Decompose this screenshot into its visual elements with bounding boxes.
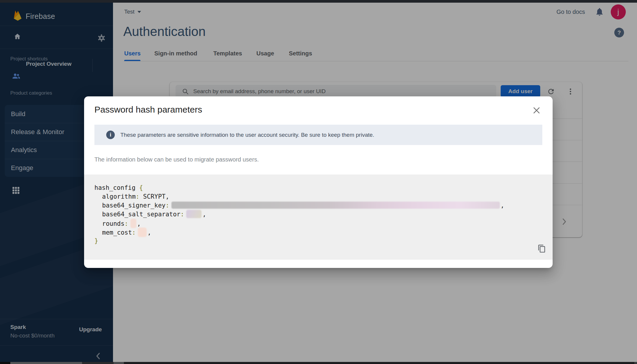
dialog-description: The information below can be used to mig… <box>94 156 259 163</box>
hash-config-code-block: hash_config { algorithm: SCRYPT, base64_… <box>84 174 553 260</box>
code-line: mem_cost:, <box>102 228 151 236</box>
window-top-edge <box>0 0 637 3</box>
taskbar-segment <box>10 362 82 364</box>
copy-icon <box>538 244 546 253</box>
banner-text: These parameters are sensitive informati… <box>120 132 374 138</box>
firebase-console-screen: Firebase Project Overview <box>0 0 637 364</box>
close-button[interactable] <box>530 104 542 116</box>
sensitive-info-banner: i These parameters are sensitive informa… <box>94 125 542 145</box>
copy-button[interactable] <box>536 243 547 254</box>
close-icon <box>533 106 541 114</box>
info-icon: i <box>106 131 115 139</box>
redacted-mem-cost <box>138 228 147 237</box>
code-line: base64_salt_separator:, <box>102 210 206 219</box>
taskbar-segment <box>0 362 10 364</box>
code-line: rounds:, <box>102 219 141 228</box>
code-line: } <box>94 236 98 245</box>
redacted-signer-key <box>171 202 500 209</box>
dialog-title: Password hash parameters <box>94 105 202 115</box>
redacted-rounds <box>130 219 136 228</box>
code-line: hash_config { <box>94 183 143 192</box>
taskbar-segment <box>634 362 637 364</box>
code-line: base64_signer_key:, <box>102 201 504 210</box>
taskbar-segment <box>114 362 124 364</box>
taskbar-top-edge <box>0 362 637 364</box>
password-hash-parameters-dialog: Password hash parameters i These paramet… <box>84 96 553 268</box>
taskbar-segment <box>82 362 114 364</box>
redacted-salt-separator <box>186 210 202 218</box>
code-line: algorithm: SCRYPT, <box>102 192 169 201</box>
